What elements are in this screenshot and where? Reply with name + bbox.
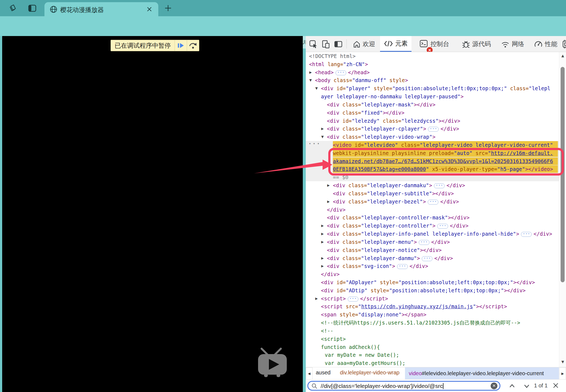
vertical-tabs-icon[interactable]	[28, 5, 36, 12]
tab-console[interactable]: ✕ 控制台	[416, 36, 453, 52]
find-next-icon[interactable]	[523, 382, 531, 390]
inspect-element-icon[interactable]	[309, 40, 318, 48]
code-line[interactable]: <html lang="zh-CN">	[306, 60, 559, 68]
code-line[interactable]: ▼<body class="danmu-off" style>	[306, 76, 559, 84]
scroll-down-icon[interactable]: ▼	[559, 360, 566, 364]
step-over-button[interactable]	[187, 40, 199, 51]
code-line[interactable]: 0EFB18EA350BF57&btag=e000a8000" x5-video…	[306, 165, 559, 173]
expand-arrow-icon[interactable]: ▶	[327, 197, 330, 206]
tab-title: 樱花动漫播放器	[60, 6, 104, 14]
panel-layout-icon[interactable]	[334, 40, 343, 48]
code-line[interactable]: </div>	[306, 270, 559, 278]
code-line[interactable]: ▶<div class="leleplayer-cplayer">···</di…	[306, 125, 559, 133]
code-line[interactable]: ▶<div class="leleplayer-danmu">···</div>	[306, 254, 559, 262]
expand-arrow-icon[interactable]: ▶	[321, 125, 324, 133]
expand-arrow-icon[interactable]: ▶	[321, 230, 324, 238]
tab-welcome[interactable]: 欢迎	[349, 36, 379, 52]
code-line[interactable]: <div id="ADplayer" style="position:absol…	[306, 278, 559, 286]
expand-inline-icon[interactable]: ···	[348, 297, 358, 302]
code-line[interactable]: <div class="fixed"></div>	[306, 109, 559, 117]
expand-inline-icon[interactable]: ···	[434, 183, 445, 188]
browser-window: 樱花动漫播放器 https://danmu.yhdmjx.com/m3u8.ph…	[0, 0, 566, 392]
expand-inline-icon[interactable]: ···	[437, 224, 448, 229]
code-line[interactable]: ▶<script>···</script>	[306, 294, 559, 303]
expand-arrow-icon[interactable]: ▶	[327, 181, 330, 189]
device-toolbar-icon[interactable]	[321, 40, 330, 48]
tab-close-icon[interactable]	[146, 6, 152, 12]
code-line[interactable]: ▶<div class="leleplayer-controller">···<…	[306, 222, 559, 230]
code-line[interactable]: function adCheck(){	[306, 343, 559, 351]
resume-script-button[interactable]	[175, 40, 187, 51]
tab-network[interactable]: 网络	[497, 36, 528, 52]
expand-inline-icon[interactable]: ···	[428, 200, 438, 205]
code-line[interactable]: ▶<div class="leleplayer-menu">···</div>	[306, 238, 559, 246]
crumbs-scroll-left-icon[interactable]: ◀	[306, 367, 313, 380]
expand-inline-icon[interactable]: ···	[521, 232, 532, 237]
breadcrumb-truncated[interactable]: aused	[316, 370, 331, 376]
expand-inline-icon[interactable]: ···	[419, 240, 429, 245]
code-line[interactable]: ···<video id="lelevideo" class="leleplay…	[306, 141, 559, 149]
collapse-arrow-icon[interactable]: ▼	[309, 76, 312, 84]
code-line[interactable]: ▶<div class="leleplayer-danmaku">···</di…	[306, 181, 559, 189]
expand-inline-icon[interactable]: ···	[336, 70, 346, 75]
code-line[interactable]: </div>	[306, 206, 559, 214]
code-line[interactable]: <div class="leleplayer-subtitle"></div>	[306, 189, 559, 197]
expand-arrow-icon[interactable]: ▶	[309, 68, 312, 76]
expand-arrow-icon[interactable]: ▶	[321, 262, 324, 270]
crumbs-scroll-right-icon[interactable]: ▶	[559, 367, 566, 380]
code-line[interactable]: webkit-playsinline playsinline preload="…	[306, 149, 559, 157]
code-line[interactable]: akamaized.net/db78ae7…/67d…S1kMC1zcw%3D%…	[306, 157, 559, 165]
code-line[interactable]: <script>	[306, 335, 559, 343]
play-button-icon[interactable]	[255, 346, 289, 378]
code-line[interactable]: <div id="ADtip" style="position:absolute…	[306, 286, 559, 294]
code-line[interactable]: <div class="leleplayer-mask"></div>	[306, 101, 559, 109]
workspaces-icon[interactable]	[8, 4, 17, 12]
expand-inline-icon[interactable]: ···	[428, 127, 439, 132]
tab-elements[interactable]: 元素	[380, 36, 411, 52]
scrollbar-thumb[interactable]	[561, 67, 565, 282]
code-line[interactable]: <div class="leleplayer-notice"></div>	[306, 246, 559, 254]
expand-arrow-icon[interactable]: ▶	[315, 294, 318, 303]
tab-sources[interactable]: 源代码	[458, 36, 495, 52]
find-close-icon[interactable]	[552, 382, 560, 390]
code-line[interactable]: <script src="https://cdn.yinghuazy.xyz/j…	[306, 302, 559, 310]
find-previous-icon[interactable]	[508, 382, 516, 390]
collapse-arrow-icon[interactable]: ▼	[321, 133, 324, 141]
code-line[interactable]: ▶<head>···</head>	[306, 68, 559, 76]
code-line[interactable]: ▶<div class="leleplayer-info-panel lelep…	[306, 230, 559, 238]
video-player[interactable]: 已在调试程序中暂停	[2, 36, 303, 392]
find-search-icon	[311, 383, 317, 389]
expand-arrow-icon[interactable]: ▶	[321, 238, 324, 246]
code-line[interactable]: ▼<div id="player" style="position:absolu…	[306, 84, 559, 92]
breadcrumb-parent[interactable]: div.leleplayer-video-wrap	[340, 370, 400, 376]
tab-performance[interactable]: 性能	[530, 36, 561, 52]
code-line[interactable]: ▶<div class="leleplayer-bezel">···</div>	[306, 197, 559, 206]
code-line[interactable]: ▼<div class="leleplayer-video-wrap">	[306, 133, 559, 141]
code-line[interactable]: var aaa=myDate.getHours();	[306, 359, 559, 367]
code-line[interactable]: ▶<div class="svg-icon">···</div>	[306, 262, 559, 270]
expand-arrow-icon[interactable]: ▶	[321, 222, 324, 230]
code-line[interactable]: == $0	[306, 173, 559, 181]
expand-arrow-icon[interactable]: ▶	[321, 254, 324, 262]
code-line[interactable]: <!DOCTYPE html>	[306, 52, 559, 60]
tab-memory-chip-icon[interactable]	[562, 40, 566, 48]
expand-inline-icon[interactable]: ···	[422, 256, 432, 261]
collapse-arrow-icon[interactable]: ▼	[315, 84, 318, 92]
code-line[interactable]: <!--统计代码https://js.users.51.la/21023305.…	[306, 319, 559, 327]
browser-tab[interactable]: 樱花动漫播放器	[44, 2, 158, 16]
code-line[interactable]: <!--	[306, 327, 559, 335]
breadcrumb-selected[interactable]: video#lelevideo.leleplayer-video.lelepla…	[405, 367, 559, 380]
devtools-search-input[interactable]: //div[@class='leleplayer-video-wrap']/vi…	[307, 381, 500, 391]
devtools-scrollbar[interactable]: ▲ ▼	[559, 52, 566, 367]
expand-inline-icon[interactable]: ···	[397, 264, 408, 269]
scroll-up-icon[interactable]: ▲	[559, 54, 566, 58]
code-line[interactable]: <div id="lelezdy" class="lelezdycss"></d…	[306, 117, 559, 125]
code-line[interactable]: ayer leleplayer-no-danmaku leleplayer-pa…	[306, 92, 559, 101]
code-line[interactable]: <div class="leleplayer-controller-mask">…	[306, 213, 559, 222]
find-clear-icon[interactable]: ✕	[491, 383, 497, 389]
code-line[interactable]: <span style="display:none"></span>	[306, 310, 559, 319]
node-menu-dots-icon[interactable]: ···	[308, 140, 320, 148]
globe-icon	[50, 6, 57, 13]
new-tab-icon[interactable]	[164, 4, 172, 12]
code-line[interactable]: var myDate = new Date();	[306, 351, 559, 359]
